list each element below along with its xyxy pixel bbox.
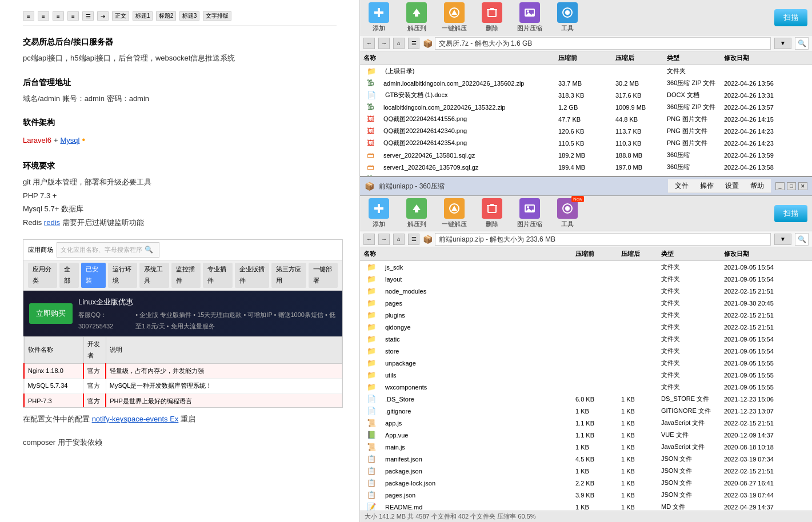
fm-top-file-list[interactable]: 名称 压缩前 压缩后 类型 修改日期 📁 (上级目录) 文件夹 🗜 admin.… xyxy=(360,51,812,176)
add-button-2[interactable]: 添加 xyxy=(365,198,393,228)
redis-link[interactable]: redis xyxy=(44,218,60,227)
nav-home-btn-2[interactable]: ⌂ xyxy=(393,234,405,245)
dropdown-btn[interactable]: ▼ xyxy=(774,38,791,49)
table-row[interactable]: 🗜 www.localbitkingcoin.com_20220426_1355… xyxy=(360,173,812,176)
table-row[interactable]: Nginx 1.18.0 官方 轻量级，占有内存少，并发能力强 xyxy=(24,363,342,379)
search-icon[interactable]: 🔍 xyxy=(145,244,153,256)
table-row[interactable]: 📁 node_modules 文件夹 2022-02-15 21:51 xyxy=(360,285,812,297)
justify-btn[interactable]: ≡ xyxy=(67,11,79,21)
tab-sys-tools[interactable]: 系统工具 xyxy=(139,263,169,288)
table-row[interactable]: 📁 layout 文件夹 2021-09-05 15:54 xyxy=(360,273,812,285)
tab-runtime[interactable]: 运行环境 xyxy=(108,263,137,288)
menu-help[interactable]: 帮助 xyxy=(748,180,766,191)
fm-bottom-file-list[interactable]: 名称 压缩前 压缩后 类型 修改日期 📁 js_sdk 文件夹 2021-09-… xyxy=(360,247,812,511)
table-row[interactable]: 📁 wxcomponents 文件夹 2021-09-05 15:55 xyxy=(360,381,812,393)
tab-installed[interactable]: 已安装 xyxy=(81,263,106,288)
nav-home-btn[interactable]: ⌂ xyxy=(393,38,405,49)
table-row[interactable]: 📁 (上级目录) 文件夹 xyxy=(360,65,812,77)
onekey-button[interactable]: 一键解压 xyxy=(440,2,469,33)
onekey-button-2[interactable]: 一键解压 xyxy=(440,198,469,228)
table-row[interactable]: 🗃 server1_20220426_135709.sql.gz 199.4 M… xyxy=(360,161,812,173)
menu-settings[interactable]: 设置 xyxy=(723,180,741,191)
table-row[interactable]: 🗜 admin.localbitkingcoin.com_20220426_13… xyxy=(360,77,812,89)
table-row[interactable]: 🖼 QQ截图20220426141556.png 47.7 KB 44.8 KB… xyxy=(360,113,812,125)
table-row[interactable]: 📁 qidongye 文件夹 2022-02-15 21:51 xyxy=(360,321,812,333)
restore-btn[interactable]: □ xyxy=(787,182,796,190)
table-row[interactable]: 📁 js_sdk 文件夹 2021-09-05 15:54 xyxy=(360,261,812,273)
table-row[interactable]: 📁 plugins 文件夹 2022-02-15 21:51 xyxy=(360,309,812,321)
align-center-btn[interactable]: ≡ xyxy=(38,11,49,21)
table-row[interactable]: 📋 pages.json 3.9 KB 1 KB JSON 文件 2022-03… xyxy=(360,489,812,501)
table-row[interactable]: 📁 utils 文件夹 2021-09-05 15:55 xyxy=(360,369,812,381)
indent-btn[interactable]: ⇥ xyxy=(97,11,109,21)
tab-pro-plugins[interactable]: 专业插件 xyxy=(203,263,232,288)
align-right-btn[interactable]: ≡ xyxy=(53,11,64,21)
table-row[interactable]: MySQL 5.7.34 官方 MySQL是一种开发数据库管理系统！ xyxy=(24,379,342,394)
delete-button[interactable]: 删除 xyxy=(478,2,506,33)
nav-back-btn[interactable]: ← xyxy=(363,38,375,49)
table-row[interactable]: 🗜 localbitkingcoin.com_20220426_135322.z… xyxy=(360,101,812,113)
h2-btn[interactable]: 标题2 xyxy=(156,11,176,21)
text-format-btn[interactable]: 文字排版 xyxy=(203,11,231,21)
config-link[interactable]: notify-keyspace-events Ex xyxy=(92,415,179,423)
align-left-btn[interactable]: ≡ xyxy=(23,11,34,21)
table-row[interactable]: 🗃 server_20220426_135801.sql.gz 189.2 MB… xyxy=(360,149,812,161)
dropdown-btn-2[interactable]: ▼ xyxy=(774,234,791,245)
tab-all[interactable]: 全部 xyxy=(59,263,79,288)
promo-buy-btn[interactable]: 立即购买 xyxy=(29,303,73,323)
file-type-icon: 📋 xyxy=(363,490,379,500)
search-btn[interactable]: 🔍 xyxy=(795,37,809,50)
nav-view-btn-2[interactable]: ☰ xyxy=(408,234,419,245)
table-row[interactable]: 📁 store 文件夹 2021-09-05 15:54 xyxy=(360,345,812,357)
tab-third[interactable]: 第三方应用 xyxy=(271,263,306,288)
app-search-box[interactable]: 文化应用名称、字母搜索程序 🔍 xyxy=(57,242,159,258)
tab-monitor[interactable]: 监控插件 xyxy=(171,263,201,288)
nav-view-btn[interactable]: ☰ xyxy=(408,38,419,49)
imgzip-button-2[interactable]: 图片压缩 xyxy=(515,198,544,228)
table-row[interactable]: 📁 pages 文件夹 2021-09-30 20:45 xyxy=(360,297,812,309)
menu-ops[interactable]: 操作 xyxy=(698,180,716,191)
minimize-btn[interactable]: _ xyxy=(775,182,785,190)
nav-back-btn-2[interactable]: ← xyxy=(363,234,375,245)
table-row[interactable]: 📋 package.json 1 KB 1 KB JSON 文件 2022-02… xyxy=(360,465,812,477)
table-row[interactable]: 📋 manifest.json 4.5 KB 1 KB JSON 文件 2022… xyxy=(360,453,812,465)
tab-category[interactable]: 应用分类 xyxy=(28,263,57,288)
tools-button[interactable]: 工具 xyxy=(553,2,582,33)
table-row[interactable]: 📁 unpackage 文件夹 2021-09-05 15:55 xyxy=(360,357,812,369)
table-row[interactable]: 📗 App.vue 1.1 KB 1 KB VUE 文件 2020-12-09 … xyxy=(360,429,812,441)
table-row[interactable]: 📋 package-lock.json 2.2 KB 1 KB JSON 文件 … xyxy=(360,477,812,489)
table-row[interactable]: 📝 README.md 1 KB 1 KB MD 文件 2022-04-29 1… xyxy=(360,501,812,511)
nav-forward-btn-2[interactable]: → xyxy=(378,234,390,245)
tab-enterprise[interactable]: 企业版插件 xyxy=(235,263,269,288)
tab-onekey[interactable]: 一键部署 xyxy=(309,263,338,288)
file-name: 📁 utils xyxy=(360,370,572,380)
table-row[interactable]: 📄 .DS_Store 6.0 KB 1 KB DS_STORE 文件 2021… xyxy=(360,393,812,405)
table-row[interactable]: 📜 main.js 1 KB 1 KB JavaScript 文件 2020-0… xyxy=(360,441,812,453)
table-row[interactable]: 🖼 QQ截图20220426142340.png 120.6 KB 113.7 … xyxy=(360,125,812,137)
search-btn-2[interactable]: 🔍 xyxy=(795,233,809,246)
extract-button[interactable]: 解压到 xyxy=(402,2,431,33)
table-row[interactable]: 📜 app.js 1.1 KB 1 KB JavaScript 文件 2022-… xyxy=(360,417,812,429)
add-button[interactable]: 添加 xyxy=(365,2,393,33)
h3-btn[interactable]: 标题3 xyxy=(179,11,199,21)
list-btn[interactable]: ☰ xyxy=(82,11,94,21)
table-row[interactable]: 🖼 QQ截图20220426142354.png 110.5 KB 110.3 … xyxy=(360,137,812,149)
mysql-label[interactable]: Mysql xyxy=(60,134,79,147)
table-row[interactable]: 📄 GTB安装文档 (1).docx 318.3 KB 317.6 KB DOC… xyxy=(360,89,812,101)
table-row[interactable]: 📁 static 文件夹 2021-09-05 15:54 xyxy=(360,333,812,345)
table-row[interactable]: PHP-7.3 官方 PHP是世界上最好的编程语言 xyxy=(24,394,342,408)
close-btn[interactable]: ✕ xyxy=(798,182,807,190)
format-btn[interactable]: 正文 xyxy=(112,11,129,21)
nav-forward-btn[interactable]: → xyxy=(378,38,390,49)
delete-button-2[interactable]: 删除 xyxy=(478,198,506,228)
file-size xyxy=(618,375,658,376)
scan-button-2[interactable]: 扫描 xyxy=(774,205,807,222)
scan-button[interactable]: 扫描 xyxy=(774,9,807,26)
table-row[interactable]: 📄 .gitignore 1 KB 1 KB GITIGNORE 文件 2021… xyxy=(360,405,812,417)
file-type-icon: 🗜 xyxy=(363,102,378,112)
h1-btn[interactable]: 标题1 xyxy=(133,11,153,21)
imgzip-button[interactable]: 图片压缩 xyxy=(515,2,544,33)
menu-file[interactable]: 文件 xyxy=(673,180,691,191)
tools-button-2[interactable]: 工具 xyxy=(553,198,582,228)
extract-button-2[interactable]: 解压到 xyxy=(402,198,431,228)
